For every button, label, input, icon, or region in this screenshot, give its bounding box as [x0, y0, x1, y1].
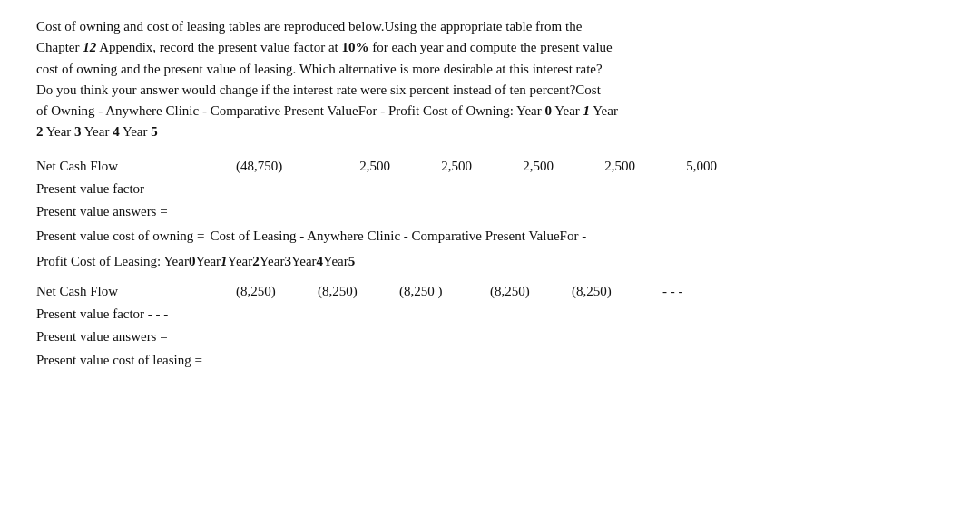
pv-cost-owning-line: Present value cost of owning = Cost of L…	[36, 226, 944, 247]
ncf-year5-owning: 5,000	[644, 156, 726, 177]
intro-line4: Do you think your answer would change if…	[36, 80, 944, 101]
intro-year0: 0	[545, 103, 553, 118]
leasing-year4: 4	[317, 251, 324, 272]
intro-year1-label: Year	[552, 103, 583, 118]
intro-line6: 2 Year 3 Year 4 Year 5	[36, 121, 944, 142]
ncf-year4-owning: 2,500	[563, 156, 644, 177]
intro-rate-rest: for each year and compute the present va…	[369, 40, 612, 54]
intro-text-block: Cost of owning and cost of leasing table…	[36, 16, 944, 143]
leasing-year1: 1	[220, 251, 228, 272]
leasing-year0: 0	[189, 251, 196, 272]
intro-year5-label: Year	[120, 124, 152, 139]
pv-factor-label-owning: Present value factor	[36, 179, 144, 199]
ncf-year0-owning: (48,750)	[236, 156, 318, 177]
ncf-year1-leasing: (8,250)	[318, 281, 399, 302]
intro-chapter-num: 12	[83, 40, 96, 54]
pv-answers-row-leasing: Present value answers =	[36, 326, 944, 347]
intro-year4: 4	[113, 124, 120, 139]
intro-appendix-text: Appendix, record the present value facto…	[96, 40, 341, 54]
pv-answers-label-owning: Present value answers =	[36, 201, 168, 222]
pv-factor-row-leasing: Present value factor - - -	[36, 304, 944, 325]
ncf-year2-owning: 2,500	[399, 156, 481, 177]
leasing-year5: 5	[348, 251, 356, 272]
pv-answers-row-owning: Present value answers =	[36, 201, 944, 222]
pv-factor-label-leasing: Present value factor - - -	[36, 304, 168, 325]
owning-section: Net Cash Flow (48,750) 2,500 2,500 2,500…	[36, 156, 944, 272]
leasing-year3: 3	[284, 251, 291, 272]
leasing-year2-label: Year	[228, 251, 253, 272]
ncf-year3-owning: 2,500	[481, 156, 563, 177]
pv-cost-leasing-label: Present value cost of leasing =	[36, 350, 202, 371]
intro-rate-bold: 10%	[342, 40, 369, 54]
ncf-year0-leasing: (8,250)	[236, 281, 318, 302]
leasing-profit-label: Profit Cost of Leasing: Year	[36, 251, 189, 272]
intro-year3: 3	[74, 124, 82, 139]
intro-year5: 5	[151, 124, 158, 139]
intro-year4-label: Year	[82, 124, 113, 139]
intro-line3: cost of owning and the present value of …	[36, 59, 944, 80]
net-cash-flow-label-leasing: Net Cash Flow	[36, 281, 236, 302]
leasing-year4-label: Year	[291, 251, 317, 272]
pv-cost-owning-section-text: Cost of Leasing - Anywhere Clinic - Comp…	[211, 226, 587, 247]
pv-cost-leasing-row: Present value cost of leasing =	[36, 350, 944, 371]
intro-line1: Cost of owning and cost of leasing table…	[36, 16, 944, 37]
leasing-year1-label: Year	[195, 251, 220, 272]
leasing-year2: 2	[252, 251, 260, 272]
net-cash-flow-row-leasing: Net Cash Flow (8,250) (8,250) (8,250 ) (…	[36, 281, 944, 302]
intro-chapter-label: Chapter	[36, 40, 83, 54]
leasing-section-header: Profit Cost of Leasing: Year 0 Year 1 Ye…	[36, 251, 944, 272]
pv-cost-owning-label: Present value cost of owning =	[36, 226, 205, 247]
intro-line2: Chapter 12 Appendix, record the present …	[36, 37, 944, 58]
net-cash-flow-label-owning: Net Cash Flow	[36, 156, 236, 177]
intro-year3-label: Year	[44, 124, 75, 139]
intro-line5: of Owning - Anywhere Clinic - Comparativ…	[36, 101, 944, 121]
main-container: Cost of owning and cost of leasing table…	[18, 0, 962, 515]
leasing-year3-label: Year	[260, 251, 285, 272]
leasing-section: Net Cash Flow (8,250) (8,250) (8,250 ) (…	[36, 281, 944, 371]
intro-owning-label: of Owning - Anywhere Clinic - Comparativ…	[36, 103, 545, 118]
ncf-year4-leasing: (8,250)	[572, 281, 662, 302]
intro-year2-label: Year	[590, 103, 618, 118]
leasing-year5-label: Year	[323, 251, 348, 272]
ncf-year5-leasing: - - -	[662, 281, 717, 302]
ncf-year3-leasing: (8,250)	[490, 281, 572, 302]
pv-factor-row-owning: Present value factor	[36, 179, 944, 199]
net-cash-flow-row-owning: Net Cash Flow (48,750) 2,500 2,500 2,500…	[36, 156, 944, 177]
intro-year2: 2	[36, 124, 44, 139]
pv-answers-label-leasing: Present value answers =	[36, 326, 168, 347]
ncf-year2-leasing: (8,250 )	[399, 281, 490, 302]
intro-year1: 1	[583, 103, 591, 118]
ncf-year1-owning: 2,500	[318, 156, 399, 177]
